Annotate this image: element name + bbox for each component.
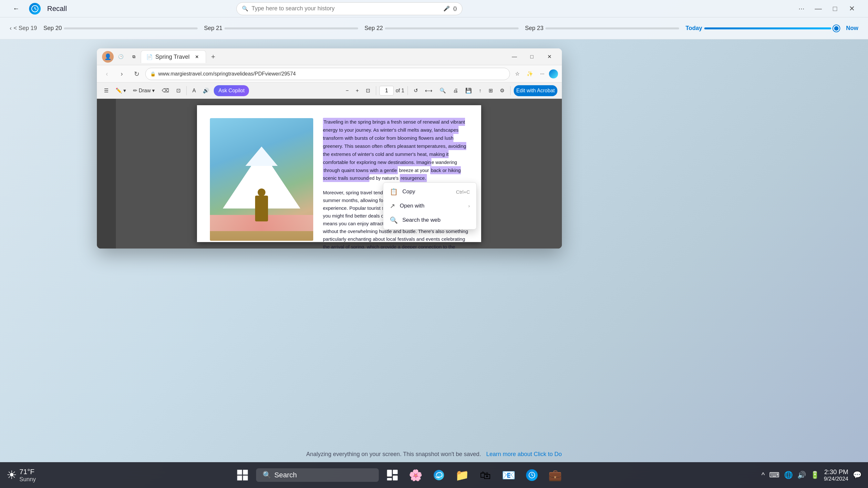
context-menu-open-with[interactable]: ↗ Open with ›	[383, 199, 476, 213]
edit-acrobat-button[interactable]: Edit with Acrobat	[514, 85, 557, 96]
status-text: Analyzing everything on your screen. Thi…	[306, 451, 481, 458]
profile-avatar[interactable]: 👤	[102, 51, 114, 63]
timeline-track-today[interactable]	[704, 27, 831, 29]
page-number-input[interactable]	[379, 86, 394, 96]
minimize-button[interactable]: —	[812, 2, 825, 15]
history-button[interactable]: 🕒	[115, 51, 127, 63]
notification-icon[interactable]: 💬	[853, 471, 862, 479]
recall-right-icons: ··· — □ ✕	[795, 2, 858, 15]
windows-start-button[interactable]	[233, 465, 252, 485]
pdf-page-area[interactable]: Traveling in the spring brings a fresh s…	[116, 99, 562, 249]
svg-rect-6	[393, 470, 398, 475]
more-nav-button[interactable]: ···	[538, 68, 547, 79]
timeline-track-sep22[interactable]	[385, 27, 519, 29]
search-pdf-button[interactable]: 🔍	[437, 85, 448, 96]
fit-width-button[interactable]: ⟷	[423, 85, 435, 96]
weather-sun-icon: ☀	[6, 468, 17, 482]
browser-tab-spring-travel[interactable]: 📄 Spring Travel ✕	[141, 51, 206, 63]
system-tray: ^ ⌨ 🌐 🔊 🔋 2:30 PM 9/24/2024 💬	[762, 468, 862, 482]
taskbar-files-icon[interactable]: 📁	[453, 465, 472, 485]
pdf-toolbar: ☰ ✏️ ▾ ✏ Draw ▾ ⌫ ⊡ A 🔊 Ask Copilot − + …	[97, 83, 562, 99]
text-continuation-3: ed by nature's	[369, 175, 400, 181]
timeline-sep22: Sep 22	[365, 25, 519, 32]
more-options-button[interactable]: ···	[795, 2, 808, 15]
timeline-label-sep21: Sep 21	[204, 25, 222, 32]
settings-pdf-button[interactable]: ⚙	[497, 85, 507, 96]
context-menu-search-web[interactable]: 🔍 Search the web	[383, 213, 476, 227]
temperature-display: 71°F	[20, 468, 36, 476]
save-button[interactable]: 💾	[463, 85, 474, 96]
svg-rect-8	[387, 478, 392, 481]
zoom-out-button[interactable]: −	[343, 85, 351, 96]
text-continuation-2: breeze at your	[398, 168, 430, 173]
zoom-in-button[interactable]: +	[353, 85, 361, 96]
draw-dropdown-icon: ▾	[152, 88, 155, 94]
back-navigation-button[interactable]: ‹	[101, 68, 113, 80]
svg-rect-7	[393, 476, 398, 481]
outline-button[interactable]: ☰	[101, 85, 111, 96]
rotate-button[interactable]: ↺	[411, 85, 421, 96]
close-button[interactable]: ✕	[845, 2, 858, 15]
back-button[interactable]: ←	[10, 2, 23, 15]
eraser-button[interactable]: ⌫	[159, 85, 172, 96]
window-maximize-button[interactable]: □	[524, 51, 539, 63]
taskbar-teams-icon[interactable]: 💼	[546, 465, 565, 485]
pdf-content-area: Traveling in the spring brings a fresh s…	[97, 99, 562, 249]
highlighted-text-4: resurgence.	[400, 174, 427, 182]
mic-icon[interactable]: 🎤	[443, 5, 450, 11]
copy-icon: 📋	[390, 188, 398, 196]
task-view-button[interactable]	[383, 465, 402, 485]
refresh-button[interactable]: ↻	[130, 68, 143, 80]
fit-page-button[interactable]: ⊡	[363, 85, 373, 96]
submenu-arrow-icon: ›	[468, 203, 470, 208]
taskbar-center: 🔍 Search 🌸	[36, 465, 762, 485]
read-aloud-button[interactable]: 🔊	[200, 85, 212, 96]
immersive-reader-button[interactable]: ⊞	[486, 85, 495, 96]
chevron-icon[interactable]: ^	[762, 471, 765, 479]
battery-icon[interactable]: 🔋	[810, 471, 819, 479]
text-size-button[interactable]: A	[190, 85, 198, 96]
volume-icon[interactable]: 🔊	[797, 471, 806, 479]
context-menu-copy[interactable]: 📋 Copy Ctrl+C	[383, 185, 476, 199]
share-button[interactable]: ↑	[476, 85, 484, 96]
taskbar-edge-icon[interactable]	[429, 465, 448, 485]
timeline-track-sep23[interactable]	[546, 27, 679, 29]
window-close-button[interactable]: ✕	[542, 51, 557, 63]
ask-copilot-button[interactable]: Ask Copilot	[214, 85, 249, 96]
clock-widget[interactable]: 2:30 PM 9/24/2024	[824, 468, 848, 482]
draw-button[interactable]: ✏ Draw ▾	[130, 85, 157, 96]
window-minimize-button[interactable]: —	[507, 51, 522, 63]
reader-view-button[interactable]: ⊡	[174, 85, 183, 96]
history-search-bar[interactable]: 🔍 🎤 ⟨⟩	[237, 2, 462, 15]
forward-navigation-button[interactable]: ›	[116, 68, 128, 80]
taskbar-store-icon[interactable]: 🛍	[476, 465, 495, 485]
weather-info: 71°F Sunny	[20, 468, 36, 483]
svg-point-9	[434, 470, 444, 480]
taskbar-mail-icon[interactable]: 📧	[499, 465, 518, 485]
tabs-button[interactable]: ⧉	[128, 51, 140, 63]
timeline-label-sep23: Sep 23	[525, 25, 544, 32]
print-button[interactable]: 🖨	[451, 85, 461, 96]
address-bar[interactable]: 🔒 www.margiestravel.com/springtravelidea…	[145, 68, 510, 80]
taskbar-flower-icon[interactable]: 🌸	[406, 465, 425, 485]
favorites-button[interactable]: ☆	[513, 68, 522, 79]
maximize-button[interactable]: □	[829, 2, 841, 15]
weather-widget[interactable]: ☀ 71°F Sunny	[6, 468, 36, 483]
search-input[interactable]	[252, 5, 440, 12]
tab-close-button[interactable]: ✕	[193, 53, 200, 60]
taskbar-recall-icon[interactable]	[522, 465, 541, 485]
copilot-nav-button[interactable]: ✨	[524, 68, 536, 79]
learn-more-link[interactable]: Learn more about Click to Do	[486, 451, 562, 458]
highlight-button[interactable]: ✏️ ▾	[113, 85, 128, 96]
highlighted-paragraph[interactable]: Traveling in the spring brings a fresh s…	[323, 118, 468, 182]
timeline-track-sep20[interactable]	[64, 27, 197, 29]
timeline-nav-back[interactable]: ‹ < Sep 19	[10, 25, 37, 32]
timeline-track-sep21[interactable]	[224, 27, 358, 29]
code-icon[interactable]: ⟨⟩	[453, 5, 457, 11]
edge-icon	[549, 69, 558, 78]
taskbar-search-bar[interactable]: 🔍 Search	[256, 468, 379, 482]
svg-rect-4	[243, 476, 248, 481]
keyboard-icon[interactable]: ⌨	[769, 471, 779, 479]
network-icon[interactable]: 🌐	[784, 471, 793, 479]
new-tab-button[interactable]: +	[207, 51, 219, 63]
